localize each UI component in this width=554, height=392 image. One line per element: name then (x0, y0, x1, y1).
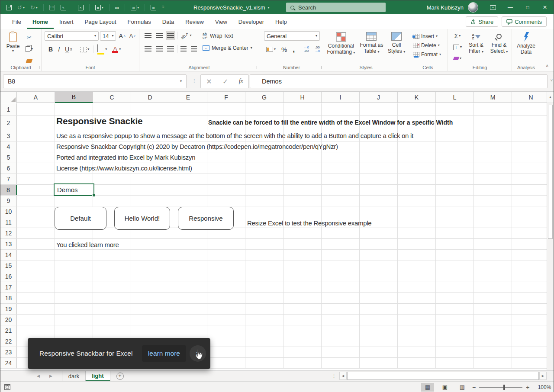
snackbar-learn-more-button[interactable]: learn more (142, 345, 186, 362)
prev-sheet-button[interactable]: ◀ (37, 374, 40, 378)
zoom-slider-thumb[interactable] (503, 385, 505, 390)
find-select-button[interactable]: Find & Select ▾ (489, 31, 509, 63)
tab-page-layout[interactable]: Page Layout (79, 14, 122, 29)
tab-formulas[interactable]: Formulas (122, 14, 157, 29)
percent-style-button[interactable]: % (280, 45, 288, 54)
wrap-text-button[interactable]: abc↵ Wrap Text (203, 31, 252, 41)
new-sheet-button[interactable]: + (116, 373, 124, 380)
page-layout-view-button[interactable]: ▣ (438, 383, 451, 392)
tab-developer[interactable]: Developer (233, 14, 270, 29)
formula-input[interactable]: Demos (250, 74, 548, 88)
name-box[interactable]: B8 ▾ (3, 74, 187, 88)
delete-column-button[interactable]: ✕ (78, 5, 84, 10)
formula-bar-splitter[interactable]: ⋮ (192, 78, 197, 84)
document-title[interactable]: ResponsiveSnackie_v1.xlsm ▾ (193, 0, 269, 14)
align-center-button[interactable] (155, 44, 164, 54)
calculator-button[interactable]: ▦▾ (95, 5, 103, 10)
fill-handle[interactable] (92, 194, 95, 197)
font-color-button[interactable]: A▾ (111, 45, 122, 54)
copy-button[interactable]: ▾ (24, 44, 34, 54)
search-box[interactable] (286, 3, 386, 12)
link-button[interactable]: ∞ (115, 4, 119, 11)
paste-values-button[interactable]: 123 (49, 5, 55, 10)
decrease-decimal-button[interactable]: .00→0 (313, 45, 321, 54)
comma-style-button[interactable]: , (291, 45, 296, 54)
selected-cell-b8[interactable]: Demos (54, 183, 94, 196)
vertical-scrollbar[interactable]: ▲ (547, 92, 554, 370)
underline-button[interactable]: U▾ (64, 45, 73, 54)
cancel-icon[interactable]: ✕ (206, 77, 212, 86)
cell-styles-button[interactable]: Cell Styles ▾ (387, 31, 406, 55)
minimize-button[interactable]: — (502, 0, 519, 14)
ribbon-display-options-button[interactable]: ▴ (484, 0, 502, 14)
fill-button[interactable]: ↓▾ (452, 42, 463, 52)
increase-font-button[interactable]: A˄ (117, 31, 126, 41)
comments-button[interactable]: Comments (502, 16, 547, 27)
conditional-formatting-button[interactable]: Conditional Formatting ▾ (325, 31, 357, 55)
italic-button[interactable]: I (57, 45, 61, 54)
tab-home[interactable]: Home (27, 14, 54, 29)
macro-record-button[interactable] (4, 384, 10, 390)
user-name[interactable]: Mark Kubiszyn (427, 4, 464, 11)
demo-button-responsive[interactable]: Responsive (178, 207, 234, 230)
font-name-select[interactable]: Calibri▾ (45, 31, 99, 41)
tab-insert[interactable]: Insert (54, 14, 79, 29)
tab-data[interactable]: Data (157, 14, 180, 29)
zoom-level[interactable]: 100% (533, 384, 551, 390)
decrease-font-button[interactable]: A˅ (128, 31, 137, 41)
align-right-button[interactable] (166, 44, 175, 54)
dialog-launcher-icon[interactable] (134, 66, 137, 69)
top-align-button[interactable] (143, 31, 153, 40)
format-as-table-button[interactable]: Format as Table ▾ (358, 31, 385, 55)
merge-center-button[interactable]: ↔ Merge & Center ▾ (203, 43, 252, 53)
bold-button[interactable]: B (47, 45, 54, 54)
tab-help[interactable]: Help (270, 14, 293, 29)
delete-cells-button[interactable]: Delete▾ (413, 41, 447, 50)
undo-button[interactable]: ↺▾ (17, 4, 25, 11)
customize-qat-button[interactable]: ⍗ (162, 5, 164, 10)
user-avatar[interactable] (468, 2, 478, 13)
next-sheet-button[interactable]: ▶ (49, 374, 52, 378)
scroll-right-button[interactable]: ▶ (539, 372, 547, 380)
redo-button[interactable]: ↻▾ (30, 4, 38, 11)
increase-decimal-button[interactable]: ←0.00 (302, 45, 310, 54)
font-size-select[interactable]: 14▾ (100, 31, 116, 41)
search-input[interactable] (298, 4, 372, 11)
horizontal-scroll-thumb[interactable] (347, 372, 539, 380)
middle-align-button[interactable] (155, 31, 164, 40)
zoom-in-button[interactable]: + (526, 384, 529, 391)
tab-file[interactable]: File (6, 14, 27, 29)
normal-view-button[interactable]: ▦ (421, 383, 434, 392)
demo-button-default[interactable]: Default (55, 207, 106, 230)
insert-cells-button[interactable]: Insert▾ (413, 32, 447, 41)
insert-function-icon[interactable]: fx (239, 78, 243, 85)
sheet-tab-dark[interactable]: dark (62, 371, 85, 381)
tabbar-splitter[interactable]: ⋮ (332, 373, 336, 379)
close-button[interactable]: ✕ (536, 0, 554, 14)
autosum-button[interactable]: Σ▾ (452, 31, 463, 41)
analyze-data-button[interactable]: Analyze Data (512, 31, 540, 55)
clear-button[interactable]: ▾ (452, 54, 463, 63)
zoom-out-button[interactable]: − (472, 384, 476, 391)
maximize-button[interactable]: □ (519, 0, 536, 14)
save-button[interactable] (6, 5, 12, 10)
tab-review[interactable]: Review (180, 14, 209, 29)
format-cells-button[interactable]: Format▾ (413, 50, 447, 59)
enter-icon[interactable]: ✓ (222, 77, 228, 86)
dialog-launcher-icon[interactable] (319, 66, 322, 69)
dialog-launcher-icon[interactable] (36, 66, 39, 69)
formatting-button[interactable]: ▨▾ (131, 5, 139, 10)
format-painter-button[interactable] (24, 56, 34, 65)
dialog-launcher-icon[interactable] (254, 66, 257, 69)
cut-button[interactable]: ✂ (24, 32, 34, 42)
workbook-button[interactable]: ▤ (151, 5, 156, 10)
page-break-preview-button[interactable]: ▥ (456, 383, 469, 392)
fill-color-button[interactable]: ▾ (96, 45, 108, 54)
tab-view[interactable]: View (209, 14, 233, 29)
paste-button[interactable]: Paste ▾ (5, 32, 21, 65)
accounting-format-button[interactable]: ▾ (265, 45, 277, 54)
zoom-slider[interactable] (479, 387, 522, 388)
demo-button-hello-world[interactable]: Hello World! (114, 207, 170, 230)
align-left-button[interactable] (143, 44, 153, 54)
scroll-left-button[interactable]: ◀ (339, 372, 347, 380)
